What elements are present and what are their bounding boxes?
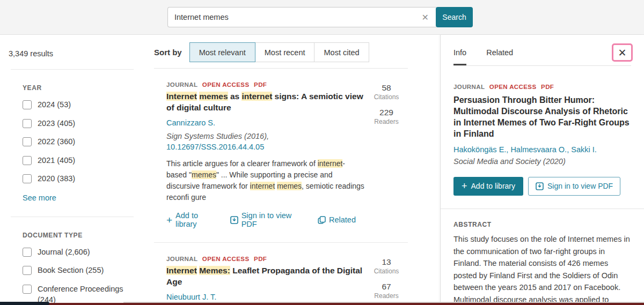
bottom-corner-bar	[0, 302, 49, 305]
abstract-text: This study focuses on the role of Intern…	[453, 233, 631, 305]
sort-by-label: Sort by	[154, 48, 182, 57]
divider	[11, 217, 134, 217]
checkbox-year-2023[interactable]	[23, 119, 32, 128]
readers-count: 229	[365, 108, 408, 117]
search-input[interactable]	[174, 13, 421, 21]
sort-tabs: Most relevant Most recent Most cited	[189, 42, 369, 62]
doc-type-label: JOURNAL	[166, 81, 197, 88]
filter-option-book-section[interactable]: Book Section (255)	[23, 265, 154, 276]
result-meta: JOURNAL OPEN ACCESS PDF	[166, 81, 365, 88]
panel-authors-link[interactable]: Hakoköngäs E., Halmesvaara O., Sakki I.	[453, 145, 631, 154]
checkbox-book-section[interactable]	[23, 266, 32, 275]
filter-label: Journal (2,606)	[38, 247, 90, 258]
filters-sidebar: 3,349 results YEAR 2024 (53) 2023 (405) …	[0, 35, 154, 305]
result-title-link[interactable]: Internet memes as internet signs: A semi…	[166, 91, 365, 114]
related-label: Related	[329, 215, 356, 224]
related-copy-icon	[318, 216, 326, 224]
sign-in-label: Sign in to view PDF	[547, 182, 613, 190]
panel-venue: Social Media and Society (2020)	[453, 157, 631, 166]
pdf-document-icon	[536, 182, 544, 190]
close-icon: ✕	[618, 48, 627, 58]
filter-label: Conference Proceedings (244)	[38, 284, 131, 305]
readers-label: Readers	[365, 292, 408, 300]
filter-option-year-2020[interactable]: 2020 (383)	[23, 174, 154, 184]
results-count: 3,349 results	[9, 49, 154, 58]
panel-tabs: Info Related	[453, 35, 631, 66]
see-more-link[interactable]: See more	[23, 194, 56, 202]
checkbox-year-2024[interactable]	[23, 100, 32, 109]
result-item-2: JOURNAL OPEN ACCESS PDF Internet Memes: …	[154, 243, 408, 305]
result-authors-link[interactable]: Nieubuurt J. T.	[166, 293, 365, 301]
add-to-library-label: Add to library	[471, 182, 515, 190]
citations-count: 13	[365, 257, 408, 267]
top-header: ✕ Search	[0, 0, 644, 35]
filter-option-year-2022[interactable]: 2022 (360)	[23, 137, 154, 147]
search-box[interactable]: ✕	[167, 7, 436, 27]
venue-name: Sign Systems Studies (2016),	[166, 132, 269, 140]
doctype-filter-title: DOCUMENT TYPE	[23, 232, 154, 239]
checkbox-year-2020[interactable]	[23, 174, 32, 183]
search-button[interactable]: Search	[436, 7, 473, 27]
tab-related[interactable]: Related	[486, 48, 513, 65]
open-access-label: OPEN ACCESS	[202, 256, 250, 262]
doc-type-label: JOURNAL	[453, 84, 485, 90]
checkbox-conference-proceedings[interactable]	[23, 285, 32, 294]
open-access-label: OPEN ACCESS	[202, 81, 250, 88]
doc-type-label: JOURNAL	[166, 256, 197, 262]
add-to-library-button[interactable]: + Add to library	[453, 177, 523, 196]
citations-label: Citations	[365, 93, 408, 101]
sort-tab-most-cited[interactable]: Most cited	[314, 42, 369, 62]
pdf-document-icon	[230, 216, 238, 224]
filter-label: 2021 (405)	[38, 155, 75, 166]
result-item-1: JOURNAL OPEN ACCESS PDF Internet memes a…	[154, 69, 408, 243]
pdf-label: PDF	[541, 84, 554, 90]
result-stats: 58 Citations 229 Readers	[365, 81, 408, 228]
citations-label: Citations	[365, 267, 408, 275]
results-column: Sort by Most relevant Most recent Most c…	[154, 35, 440, 305]
result-title-link[interactable]: Internet Memes: Leaflet Propaganda of th…	[166, 265, 365, 288]
tab-info[interactable]: Info	[453, 48, 466, 65]
year-filter-group: YEAR 2024 (53) 2023 (405) 2022 (360) 202…	[23, 84, 154, 203]
checkbox-year-2022[interactable]	[23, 137, 32, 146]
panel-buttons: + Add to library Sign in to view PDF	[453, 177, 631, 196]
readers-count: 67	[365, 282, 408, 292]
related-link[interactable]: Related	[318, 215, 356, 224]
plus-icon: +	[462, 181, 467, 191]
checkbox-journal[interactable]	[23, 248, 32, 257]
divider	[441, 209, 644, 209]
filter-label: Book Section (255)	[38, 265, 104, 276]
doctype-filter-group: DOCUMENT TYPE Journal (2,606) Book Secti…	[23, 232, 154, 305]
sign-in-to-view-pdf-link[interactable]: Sign in to view PDF	[230, 211, 309, 228]
readers-label: Readers	[365, 118, 408, 125]
result-actions: + Add to library Sign in to view PDF R	[166, 211, 365, 228]
search-bar: ✕ Search	[167, 7, 473, 27]
sign-in-to-view-pdf-button[interactable]: Sign in to view PDF	[528, 177, 620, 196]
close-panel-button[interactable]: ✕	[612, 43, 633, 62]
add-to-library-label: Add to library	[175, 211, 221, 228]
result-snippet: This article argues for a clearer framew…	[166, 158, 365, 203]
filter-label: 2024 (53)	[38, 100, 71, 110]
result-authors-link[interactable]: Cannizzaro S.	[166, 118, 365, 127]
open-access-label: OPEN ACCESS	[489, 84, 537, 90]
result-meta: JOURNAL OPEN ACCESS PDF	[166, 256, 365, 262]
filter-option-year-2024[interactable]: 2024 (53)	[23, 100, 154, 110]
clear-search-icon[interactable]: ✕	[421, 12, 430, 23]
filter-option-year-2021[interactable]: 2021 (405)	[23, 155, 154, 166]
filter-option-year-2023[interactable]: 2023 (405)	[23, 118, 154, 129]
add-to-library-link[interactable]: + Add to library	[166, 211, 221, 228]
doi-link[interactable]: 10.12697/SSS.2016.44.4.05	[166, 143, 264, 151]
sort-row: Sort by Most relevant Most recent Most c…	[154, 42, 408, 62]
panel-meta: JOURNAL OPEN ACCESS PDF	[453, 84, 631, 90]
filter-label: 2023 (405)	[38, 118, 75, 129]
filter-option-journal[interactable]: Journal (2,606)	[23, 247, 154, 258]
result-venue-line: Sign Systems Studies (2016), 10.12697/SS…	[166, 131, 365, 153]
abstract-heading: ABSTRACT	[453, 221, 631, 228]
year-filter-title: YEAR	[23, 84, 154, 92]
checkbox-year-2021[interactable]	[23, 156, 32, 165]
filter-label: 2020 (383)	[38, 174, 75, 184]
bottom-edge-bar	[32, 303, 644, 305]
sort-tab-most-recent[interactable]: Most recent	[255, 42, 315, 62]
plus-icon: +	[166, 215, 172, 225]
citations-count: 58	[365, 83, 408, 93]
sort-tab-most-relevant[interactable]: Most relevant	[189, 42, 255, 62]
